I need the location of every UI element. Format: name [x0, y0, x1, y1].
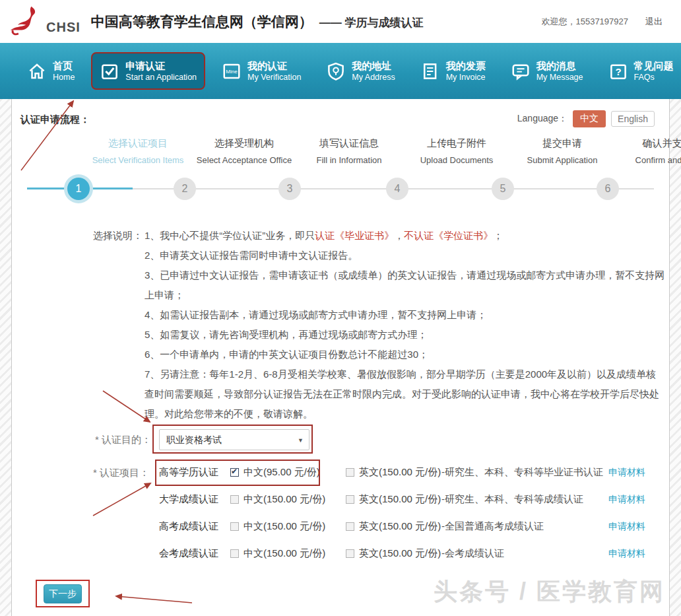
- step-number-circle: 2: [174, 178, 196, 200]
- nav-item-start-an-application[interactable]: 申请认证 Start an Application: [91, 52, 205, 90]
- application-materials-link[interactable]: 申请材料: [608, 467, 645, 479]
- watermark-text: 头条号 / 医学教育网: [434, 576, 665, 608]
- english-option: 英文(150.00 元/份): [346, 466, 441, 479]
- location-shield-icon: [326, 61, 346, 81]
- english-option: 英文(150.00 元/份): [346, 520, 441, 533]
- nav-item-home[interactable]: 首页 Home: [18, 52, 83, 90]
- chinese-option: 中文(150.00 元/份): [230, 493, 346, 506]
- nav-item-label-en: My Address: [352, 72, 395, 83]
- english-option: 英文(150.00 元/份): [346, 493, 441, 506]
- chinese-checkbox[interactable]: [230, 468, 239, 477]
- nav-item-labels: 我的地址 My Address: [352, 59, 395, 83]
- step-number-circle: 1: [67, 178, 90, 200]
- application-materials-link[interactable]: 申请材料: [608, 548, 645, 560]
- nav-item-label-en: Home: [53, 72, 75, 83]
- verification-item-row: 会考成绩认证 中文(150.00 元/份) 英文(150.00 元/份) -会考…: [12, 540, 669, 567]
- verification-item-row: 高考成绩认证 中文(150.00 元/份) 英文(150.00 元/份) -全国…: [12, 513, 669, 540]
- nav-item-label-zh: 常见问题: [634, 59, 674, 73]
- site-title: 中国高等教育学生信息网（学信网）—— 学历与成绩认证: [91, 13, 424, 31]
- step-label-en: Confirm and Pay: [608, 155, 681, 165]
- message-icon: [511, 61, 531, 81]
- nav-item-label-zh: 首页: [53, 59, 75, 73]
- process-step-1: 选择认证项目 Select Verification Items 1: [19, 137, 138, 211]
- chsi-logo-text: CHSI: [46, 20, 81, 35]
- nav-item-label-zh: 我的消息: [536, 59, 583, 73]
- question-icon: ?: [608, 61, 628, 81]
- chinese-option: 中文(150.00 元/份): [230, 547, 346, 560]
- item-name: 高等学历认证: [159, 466, 230, 479]
- site-header: CHSI 中国高等教育学生信息网（学信网）—— 学历与成绩认证 欢迎您，1553…: [0, 0, 681, 43]
- notes-label: 选择说明：: [93, 226, 145, 424]
- welcome-text: 欢迎您，15537197927: [541, 16, 628, 28]
- notes-list: 1、我中心不提供“学位认证”业务，即只认证《毕业证书》，不认证《学位证书》；2、…: [145, 226, 666, 424]
- english-checkbox[interactable]: [346, 495, 354, 504]
- nav-item-label-zh: 我的地址: [352, 59, 395, 73]
- verification-item-row: 高等学历认证 中文(95.00 元/份) 英文(150.00 元/份) -研究生…: [12, 459, 669, 486]
- purpose-row: * 认证目的： 职业资格考试 ▼: [95, 429, 309, 450]
- process-step-6: 确认并支付 Confirm and Pay 6: [548, 137, 667, 211]
- step-label-zh: 确认并支付: [608, 137, 681, 150]
- language-chinese-button[interactable]: 中文: [573, 110, 606, 127]
- english-option: 英文(150.00 元/份): [346, 547, 441, 560]
- application-materials-link[interactable]: 申请材料: [608, 521, 645, 533]
- chinese-checkbox[interactable]: [230, 522, 239, 531]
- nav-item-label-en: My Message: [536, 72, 583, 83]
- nav-item-labels: 我的认证 My Verification: [247, 59, 301, 83]
- application-materials-link[interactable]: 申请材料: [608, 494, 645, 506]
- note-line: 2、申请英文认证报告需同时申请中文认证报告。: [145, 246, 666, 265]
- english-option-label: 英文(150.00 元/份): [359, 520, 441, 533]
- site-subtitle: —— 学历与成绩认证: [319, 17, 424, 29]
- chinese-option-label: 中文(150.00 元/份): [243, 493, 325, 506]
- nav-item-my-invoice[interactable]: 我的发票 My Invoice: [412, 52, 494, 90]
- next-step-button[interactable]: 下一步: [44, 584, 82, 603]
- purpose-label: * 认证目的：: [95, 429, 159, 450]
- content-box: 认证申请流程： Language： 中文 English 选择认证项目 Sele…: [11, 99, 670, 616]
- english-checkbox[interactable]: [346, 468, 354, 477]
- chinese-checkbox[interactable]: [230, 549, 239, 558]
- process-step-3: 填写认证信息 Fill in Information 3: [230, 137, 349, 211]
- process-step-2: 选择受理机构 Select Acceptance Office 2: [125, 137, 244, 211]
- language-english-button[interactable]: English: [611, 111, 655, 127]
- chinese-option-label: 中文(150.00 元/份): [243, 547, 325, 560]
- language-label: Language：: [517, 113, 568, 125]
- item-name: 高考成绩认证: [159, 520, 230, 533]
- english-checkbox[interactable]: [346, 549, 354, 558]
- svg-text:?: ?: [615, 65, 621, 77]
- nav-item-label-en: FAQs: [634, 72, 674, 83]
- purpose-select-value: 职业资格考试: [166, 434, 222, 445]
- checkbox-icon: [100, 61, 119, 81]
- mine-badge-icon: Mine: [222, 61, 242, 81]
- chinese-checkbox[interactable]: [230, 495, 239, 504]
- purpose-select[interactable]: 职业资格考试 ▼: [159, 429, 309, 450]
- chsi-logo-icon: [8, 5, 45, 38]
- nav-item-labels: 常见问题 FAQs: [634, 59, 674, 83]
- nav-item-label-zh: 我的发票: [446, 59, 486, 73]
- selection-notes: 选择说明： 1、我中心不提供“学位认证”业务，即只认证《毕业证书》，不认证《学位…: [93, 226, 666, 424]
- nav-item-my-verification[interactable]: Mine 我的认证 My Verification: [213, 52, 309, 90]
- step-number-circle: 4: [386, 178, 408, 200]
- nav-item-label-en: My Invoice: [446, 72, 486, 83]
- item-description: -会考成绩认证: [441, 547, 504, 560]
- note-line: 6、一个申请单内，申请的中英文认证项目份数总计不能超过30；: [145, 345, 666, 364]
- english-checkbox[interactable]: [346, 522, 354, 531]
- content-background: 认证申请流程： Language： 中文 English 选择认证项目 Sele…: [0, 99, 681, 616]
- step-number-circle: 5: [492, 178, 514, 200]
- nav-item-label-en: Start an Application: [125, 72, 197, 83]
- chinese-option-label: 中文(95.00 元/份): [243, 466, 320, 479]
- note-line: 3、已申请过中文认证报告，需申请该证书（或成绩单）的英文认证报告，请通过现场或邮…: [145, 265, 666, 305]
- process-step-4: 上传电子附件 Upload Documents 4: [338, 137, 457, 211]
- step-number-circle: 3: [278, 178, 301, 200]
- note-line: 4、如需认证报告副本，请通过现场或邮寄方式申请办理，暂不支持网上申请；: [145, 305, 666, 325]
- item-rows: 高等学历认证 中文(95.00 元/份) 英文(150.00 元/份) -研究生…: [12, 459, 669, 567]
- nav-bar: 首页 Home 申请认证 Start an Application Mine 我…: [0, 43, 681, 99]
- english-option-label: 英文(150.00 元/份): [359, 547, 441, 560]
- invoice-icon: [420, 61, 440, 81]
- nav-item-my-address[interactable]: 我的地址 My Address: [317, 52, 403, 90]
- chinese-option: 中文(95.00 元/份): [230, 466, 346, 479]
- language-switcher: Language： 中文 English: [517, 110, 655, 127]
- nav-item-my-message[interactable]: 我的消息 My Message: [502, 52, 592, 90]
- logout-link[interactable]: 退出: [645, 16, 663, 28]
- nav-item-faqs[interactable]: ? 常见问题 FAQs: [600, 52, 681, 90]
- flow-title: 认证申请流程：: [20, 114, 90, 126]
- item-description: -研究生、本科、专科等成绩认证: [441, 493, 583, 506]
